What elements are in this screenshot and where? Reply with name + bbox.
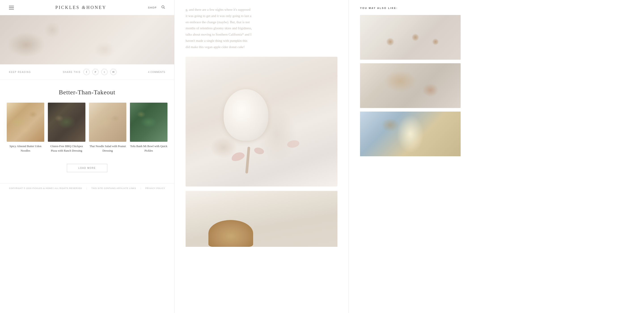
svg-point-0 xyxy=(162,6,164,8)
cake-link[interactable]: cake xyxy=(238,45,244,49)
header-left xyxy=(9,6,14,10)
footer-copyright: COPYRIGHT © 2020 PICKLES & HONEY ALL RIG… xyxy=(9,187,82,189)
share-icons: f P t ✉ xyxy=(84,69,116,75)
recipe-card-title-3: Thai Noodle Salad with Peanut Dressing xyxy=(89,144,126,153)
shop-link[interactable]: SHOP xyxy=(148,6,157,9)
recipe-card-image-1 xyxy=(7,102,44,142)
footer: COPYRIGHT © 2020 PICKLES & HONEY ALL RIG… xyxy=(0,183,174,193)
footer-sep-2: | xyxy=(140,187,141,189)
stick-decoration xyxy=(245,147,250,174)
petal-decoration-3 xyxy=(287,140,300,149)
sidebar-image-donuts[interactable] xyxy=(360,15,461,60)
article-text: g, and there are a few nights where it's… xyxy=(186,7,338,50)
facebook-share-icon[interactable]: f xyxy=(84,69,90,75)
twitter-share-icon[interactable]: t xyxy=(101,69,108,75)
load-more-area: LOAD MORE xyxy=(0,160,174,183)
recipe-card-2[interactable]: Gluten-Free BBQ Chickpea Pizza with Ranc… xyxy=(48,102,86,153)
section-title: Better-Than-Takeout xyxy=(0,80,174,102)
middle-panel: g, and there are a few nights where it's… xyxy=(174,0,349,313)
article-bottom-image xyxy=(186,191,338,247)
petal-decoration-2 xyxy=(253,147,265,156)
header-right: SHOP xyxy=(148,5,165,10)
keep-reading-link[interactable]: KEEP READING xyxy=(9,71,31,73)
sidebar-image-drink[interactable] xyxy=(360,112,461,156)
footer-affiliate[interactable]: THIS SITE CONTAINS AFFILIATE LINKS xyxy=(92,187,136,189)
left-panel: PICKLES & HONEY SHOP KEEP READING SHARE … xyxy=(0,0,174,313)
sidebar-title: YOU MAY ALSO LIKE: xyxy=(360,7,633,10)
recipe-card-1[interactable]: Spicy Almond Butter Udon Noodles xyxy=(7,102,44,153)
recipe-card-image-3 xyxy=(89,102,126,142)
footer-sep-1: | xyxy=(86,187,87,189)
share-label: SHARE THIS xyxy=(63,71,81,73)
site-title[interactable]: PICKLES & HONEY xyxy=(14,5,148,10)
site-title-part1: PICKLES xyxy=(56,5,80,10)
share-area: KEEP READING SHARE THIS f P t ✉ 4 COMMEN… xyxy=(0,64,174,80)
pinterest-share-icon[interactable]: P xyxy=(92,69,98,75)
recipe-card-4[interactable]: Tofu Banh Mi Bowl with Quick Pickles xyxy=(130,102,168,153)
email-share-icon[interactable]: ✉ xyxy=(110,69,116,75)
search-icon[interactable] xyxy=(161,5,165,10)
recipe-card-title-1: Spicy Almond Butter Udon Noodles xyxy=(7,144,44,153)
site-header: PICKLES & HONEY SHOP xyxy=(0,0,174,15)
svg-line-1 xyxy=(164,8,165,9)
hero-image xyxy=(0,15,174,64)
recipe-card-title-4: Tofu Banh Mi Bowl with Quick Pickles xyxy=(130,144,168,153)
recipe-card-image-4 xyxy=(130,102,168,142)
site-title-ampersand: & xyxy=(82,5,86,10)
recipe-card-title-2: Gluten-Free BBQ Chickpea Pizza with Ranc… xyxy=(48,144,86,153)
recipe-grid: Spicy Almond Butter Udon Noodles Gluten-… xyxy=(0,102,174,160)
load-more-button[interactable]: LOAD MORE xyxy=(67,164,107,172)
cup-decoration xyxy=(224,89,268,141)
site-title-part2: HONEY xyxy=(86,5,106,10)
petal-decoration-1 xyxy=(230,151,246,162)
right-panel: YOU MAY ALSO LIKE: xyxy=(349,0,644,313)
recipe-card-3[interactable]: Thai Noodle Salad with Peanut Dressing xyxy=(89,102,126,153)
article-main-image xyxy=(186,57,338,186)
recipe-card-image-2 xyxy=(48,102,86,142)
bread-decoration xyxy=(208,220,253,247)
hamburger-menu-icon[interactable] xyxy=(9,6,14,10)
comments-link[interactable]: 4 COMMENTS xyxy=(148,71,165,73)
footer-privacy[interactable]: PRIVACY POLICY xyxy=(145,187,165,189)
sidebar-image-pie[interactable] xyxy=(360,63,461,108)
